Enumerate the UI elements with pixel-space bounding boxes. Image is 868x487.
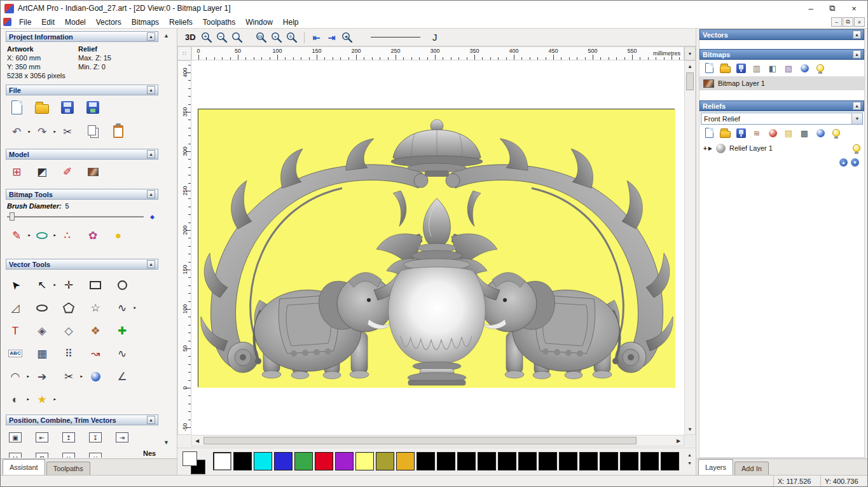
move-layer-up-button[interactable]: ▲ — [839, 158, 848, 167]
set-model-size-icon[interactable]: ⊞ — [8, 163, 25, 180]
collapse-button[interactable]: ▲ — [147, 32, 155, 41]
save-model-icon[interactable] — [59, 99, 76, 116]
contrast-icon[interactable]: ◧ — [767, 62, 778, 74]
measure-icon[interactable]: ◇ — [60, 322, 77, 339]
vertical-scrollbar[interactable]: ▲ ▼ — [684, 60, 696, 435]
wrap-text-icon[interactable]: ◈ — [34, 322, 50, 339]
color-swatch[interactable] — [661, 452, 679, 470]
merge-bitmap-icon[interactable]: ▥ — [751, 62, 762, 74]
bitmap-visibility-icon[interactable] — [815, 62, 826, 74]
color-swatch[interactable] — [579, 452, 598, 470]
scroll-down-button[interactable]: ▼ — [685, 424, 695, 434]
relief-layer-row[interactable]: + ▶ Relief Layer 1 — [699, 141, 864, 155]
color-swatch[interactable] — [457, 452, 476, 470]
vector-direction-icon[interactable]: ➔ — [34, 368, 50, 385]
align-left-icon[interactable]: ⇤ — [34, 429, 50, 446]
create-polygon-icon[interactable] — [60, 299, 77, 316]
relief-properties-icon[interactable]: ▤ — [783, 127, 794, 139]
scroll-up-button[interactable]: ▲ — [685, 61, 695, 71]
view-3d-button[interactable]: 3D — [183, 31, 198, 45]
node-editing-icon[interactable]: ↖▸ — [34, 277, 50, 293]
cut-icon[interactable]: ✂ — [59, 123, 76, 140]
create-sphere-icon[interactable] — [87, 368, 104, 385]
create-polyline-icon[interactable]: ∿▸ — [114, 299, 130, 316]
vertical-scroll-thumb[interactable] — [686, 72, 694, 90]
add-relief-icon[interactable]: + — [703, 145, 707, 152]
copy-icon[interactable] — [85, 123, 101, 140]
paste-along-curve-icon[interactable]: ❖ — [87, 322, 104, 339]
array-vectors-icon[interactable]: ∷ — [87, 449, 104, 458]
spray-icon[interactable]: ∴ — [59, 227, 76, 244]
load-bitmap-icon[interactable] — [85, 163, 101, 180]
create-circle-icon[interactable] — [114, 277, 130, 293]
fit-curve-icon[interactable]: ∿ — [114, 345, 130, 362]
align-bottom-icon[interactable]: ↧ — [87, 429, 104, 446]
primary-colour-swatch[interactable] — [183, 451, 197, 466]
color-swatch[interactable] — [396, 452, 415, 470]
assistant-scroll-down-button[interactable]: ▼ — [163, 439, 169, 446]
tab-assistant[interactable]: Assistant — [3, 459, 45, 475]
relief-preview-icon[interactable] — [815, 127, 826, 139]
new-relief-layer-icon[interactable] — [703, 127, 715, 139]
color-swatch[interactable] — [213, 452, 231, 470]
pan-left-button[interactable]: ⇤ — [310, 31, 324, 45]
color-swatch[interactable] — [478, 452, 496, 470]
tab-add-in[interactable]: Add In — [734, 462, 769, 475]
menu-edit[interactable]: Edit — [36, 17, 60, 28]
color-swatch[interactable] — [335, 452, 354, 470]
ruler-unit-dropdown[interactable]: ▼ — [684, 46, 696, 60]
horizontal-scrollbar[interactable]: ◀ ▶ — [191, 435, 684, 446]
join-curves-icon[interactable]: ↝ — [87, 345, 104, 362]
relief-from-image-icon[interactable]: ✐ — [59, 163, 76, 180]
collapse-button[interactable]: ▲ — [147, 260, 155, 268]
create-text-icon[interactable]: T — [7, 322, 24, 339]
zoom-back-button[interactable]: ◂ — [340, 31, 354, 45]
close-button[interactable]: × — [844, 2, 864, 15]
ungroup-vectors-icon[interactable]: ⊓ — [34, 449, 50, 458]
menu-help[interactable]: Help — [278, 17, 304, 28]
palette-scroll-up-button[interactable]: ▲ — [687, 453, 692, 457]
zoom-objects-button[interactable]: • — [270, 31, 284, 45]
draw-shapes-icon[interactable]: ▸ — [34, 227, 50, 244]
model-canvas[interactable] — [198, 109, 675, 387]
array-copy-icon[interactable]: ⠿ — [60, 345, 77, 362]
color-swatch[interactable] — [620, 452, 638, 470]
menu-toolpaths[interactable]: Toolpaths — [198, 17, 240, 28]
color-swatch[interactable] — [640, 452, 659, 470]
bitmap-to-relief-icon[interactable] — [799, 62, 810, 74]
brush-diameter-slider[interactable]: ◆ — [7, 212, 155, 222]
new-bitmap-layer-icon[interactable] — [703, 62, 715, 74]
color-swatch[interactable] — [559, 452, 577, 470]
bitmap-layer-row[interactable]: Bitmap Layer 1 — [699, 76, 864, 90]
collapse-button[interactable]: ▲ — [853, 31, 861, 39]
new-model-icon[interactable] — [8, 99, 25, 116]
create-boundary-icon[interactable]: ◿ — [7, 299, 24, 316]
flood-fill-icon[interactable]: ● — [110, 227, 127, 244]
create-text-block-icon[interactable]: ABC — [7, 345, 24, 362]
assistant-scroll-up-button[interactable]: ▲ — [163, 32, 169, 39]
create-grid-icon[interactable]: ▦ — [34, 345, 50, 362]
color-swatch[interactable] — [518, 452, 537, 470]
color-swatch[interactable] — [437, 452, 455, 470]
color-swatch[interactable] — [376, 452, 394, 470]
collapse-button[interactable]: ▲ — [147, 190, 155, 198]
minimize-button[interactable]: – — [801, 2, 820, 15]
expander-icon[interactable]: ▶ — [708, 146, 712, 151]
stroke-width-preview[interactable] — [371, 37, 420, 38]
mdi-close-button[interactable]: × — [854, 17, 865, 27]
fit-arcs-icon[interactable]: ◠▸ — [7, 368, 24, 385]
align-top-icon[interactable]: ↥ — [60, 429, 77, 446]
relief-visibility-icon[interactable] — [830, 127, 842, 139]
mdi-restore-button[interactable]: ⧉ — [843, 17, 853, 27]
zoom-in-button[interactable]: + — [200, 31, 214, 45]
horizontal-scroll-thumb[interactable] — [203, 437, 637, 444]
select-vectors-icon[interactable]: ➤ — [7, 277, 24, 293]
weld-vectors-icon[interactable]: ∪ — [60, 449, 77, 458]
mdi-minimize-button[interactable]: – — [831, 17, 842, 27]
open-bitmap-icon[interactable] — [719, 62, 731, 74]
zoom-out-button[interactable]: − — [215, 31, 229, 45]
paint-brush-icon[interactable]: ✎▸ — [8, 227, 25, 244]
center-in-page-icon[interactable]: ▣ — [7, 429, 24, 446]
scroll-left-button[interactable]: ◀ — [192, 436, 202, 446]
color-swatch[interactable] — [498, 452, 516, 470]
